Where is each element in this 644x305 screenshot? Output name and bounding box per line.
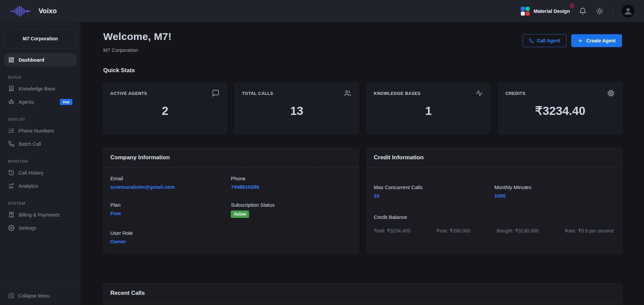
credit-balance-row: Total: ₹3234.400 Free: ₹290.000 Bought: …: [374, 228, 615, 233]
stat-card-total-calls: TOTAL CALLS 13: [235, 83, 358, 134]
user-avatar[interactable]: [622, 5, 635, 18]
email-value[interactable]: sreemuralislm@gmail.com: [110, 184, 231, 190]
gear-icon: [8, 225, 15, 231]
page-title: Welcome, M7!: [103, 31, 172, 42]
balance-free: Free: ₹290.000: [437, 228, 471, 233]
sidebar-item-knowledge-base[interactable]: Knowledge Base: [4, 82, 76, 95]
plan-value: Free: [110, 210, 231, 216]
sidebar-item-phone-numbers[interactable]: Phone Numbers: [4, 124, 76, 137]
hot-badge: Hot: [60, 99, 72, 105]
field-subscription-status: Subscription Status Active: [231, 202, 351, 218]
stat-label: TOTAL CALLS: [242, 91, 273, 96]
stat-label: CREDITS: [506, 91, 526, 96]
credit-information-title: Credit Information: [367, 148, 622, 167]
sidebar-item-label: Batch Call: [19, 141, 41, 147]
field-label: Max Concurrent Calls: [374, 184, 494, 190]
quick-stats-title: Quick Stats: [103, 67, 622, 74]
stat-card-active-agents: ACTIVE AGENTS 2: [103, 83, 227, 134]
page-subtitle: M7 Corporation: [103, 47, 172, 53]
sidebar-item-label: Billing & Payments: [19, 212, 60, 218]
dashboard-grid-icon: [8, 57, 15, 63]
brand-name: Voixo: [39, 7, 57, 15]
role-value: Owner: [110, 239, 231, 244]
stat-card-knowledge-bases: KNOWLEDGE BASES 1: [367, 83, 490, 134]
company-information-title: Company Information: [104, 148, 358, 167]
notifications-bell-icon[interactable]: [579, 7, 587, 15]
material-design-icon: [521, 7, 530, 16]
sidebar-item-dashboard[interactable]: Dashboard: [4, 53, 76, 66]
material-design-toggle[interactable]: Material Design: [521, 7, 570, 16]
stat-card-credits: CREDITS ₹3234.40: [498, 83, 622, 134]
notification-dot: [570, 3, 575, 8]
recent-calls-title: Recent Calls: [104, 284, 622, 303]
sidebar-section-monitor: MONITOR: [8, 159, 76, 163]
robot-icon: [8, 99, 15, 105]
call-agent-button[interactable]: Call Agent: [523, 34, 567, 47]
theme-sun-icon[interactable]: [596, 7, 604, 15]
collapse-menu-label: Collapse Menu: [18, 293, 50, 299]
field-label: Phone: [231, 176, 351, 181]
header-divider: [613, 7, 613, 16]
call-agent-label: Call Agent: [537, 38, 560, 43]
collapse-chevron-icon: [8, 293, 14, 299]
org-selector[interactable]: M7 Corporation: [4, 29, 76, 48]
quick-stats-row: ACTIVE AGENTS 2 TOTAL CALLS: [103, 83, 622, 134]
recent-calls-card: Recent Calls: [103, 283, 622, 305]
sidebar-item-label: Knowledge Base: [19, 86, 55, 92]
chip-icon: [607, 89, 615, 97]
stat-value: 13: [242, 97, 351, 127]
field-monthly-minutes: Monthly Minutes 1000: [494, 184, 615, 199]
main-content: Welcome, M7! M7 Corporation Call Agent: [81, 22, 644, 305]
sidebar-item-label: Analytics: [19, 183, 38, 189]
company-information-card: Company Information Email sreemuralislm@…: [103, 148, 359, 253]
status-badge: Active: [231, 210, 249, 218]
field-label: Email: [110, 176, 231, 181]
phone-icon: [529, 38, 534, 43]
stat-value: 2: [110, 97, 220, 127]
users-icon: [343, 89, 352, 97]
field-label: Monthly Minutes: [494, 184, 615, 190]
plus-icon: [578, 38, 583, 43]
collapse-menu-button[interactable]: Collapse Menu: [4, 287, 76, 305]
stat-label: KNOWLEDGE BASES: [374, 91, 421, 96]
stat-value: ₹3234.40: [506, 97, 615, 127]
chat-bubble-icon: [212, 89, 220, 97]
phone-outgoing-icon: [8, 141, 15, 147]
material-design-label: Material Design: [534, 8, 570, 14]
field-email: Email sreemuralislm@gmail.com: [110, 176, 231, 190]
balance-total: Total: ₹3234.400: [374, 228, 410, 233]
phone-value[interactable]: 7448810289: [231, 184, 351, 190]
sidebar-item-analytics[interactable]: Analytics: [4, 179, 76, 192]
sidebar-item-label: Agents: [19, 99, 34, 105]
sidebar-item-batch-call[interactable]: Batch Call: [4, 137, 76, 150]
sidebar-item-call-history[interactable]: Call History: [4, 166, 76, 179]
book-plus-icon: [8, 85, 15, 92]
create-agent-label: Create Agent: [586, 38, 616, 43]
sidebar-item-settings[interactable]: Settings: [4, 221, 76, 235]
field-label: Subscription Status: [231, 202, 351, 208]
field-user-role: User Role Owner: [110, 230, 231, 244]
billing-receipt-icon: [8, 211, 15, 218]
max-calls-value: 10: [374, 193, 494, 199]
sidebar-item-agents[interactable]: Agents Hot: [4, 95, 76, 108]
sidebar: M7 Corporation Dashboard BUILD Knowledge…: [0, 22, 81, 305]
balance-rate: Rate: ₹0.9 per second: [565, 228, 614, 233]
monthly-minutes-value: 1000: [494, 193, 615, 199]
credit-balance-label: Credit Balance: [374, 214, 615, 220]
field-label: User Role: [110, 230, 231, 236]
analytics-chart-icon: [8, 183, 15, 189]
stat-value: 1: [374, 97, 483, 127]
field-max-concurrent-calls: Max Concurrent Calls 10: [374, 184, 494, 199]
sidebar-item-label: Dashboard: [19, 57, 44, 63]
sidebar-section-system: SYSTEM: [8, 201, 76, 205]
activity-pulse-icon: [475, 89, 483, 97]
create-agent-button[interactable]: Create Agent: [571, 34, 622, 47]
sidebar-section-build: BUILD: [8, 75, 76, 79]
top-header: Voixo Material Design: [0, 0, 644, 22]
sidebar-item-billing[interactable]: Billing & Payments: [4, 208, 76, 221]
brand: Voixo: [9, 5, 57, 17]
sidebar-section-deploy: DEPLOY: [8, 117, 76, 121]
sidebar-item-label: Phone Numbers: [19, 128, 54, 134]
balance-bought: Bought: ₹3130.000: [497, 228, 539, 233]
field-phone: Phone 7448810289: [231, 176, 351, 190]
